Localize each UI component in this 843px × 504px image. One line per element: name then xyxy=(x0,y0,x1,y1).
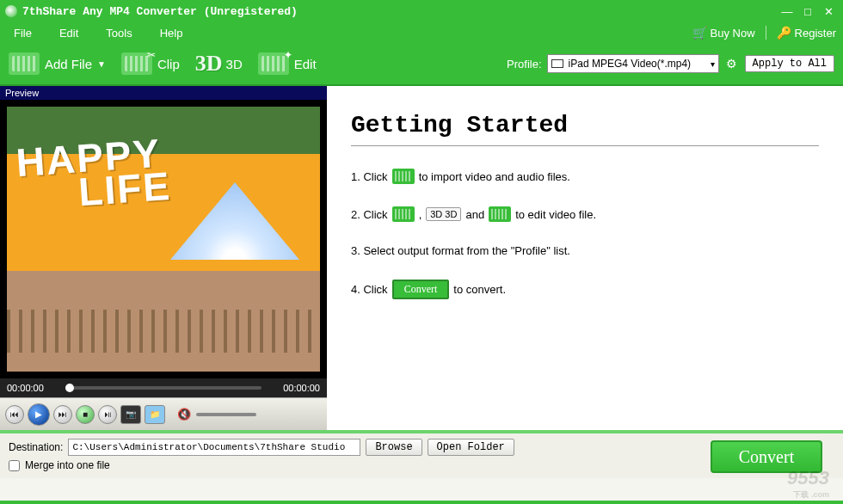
destination-label: Destination: xyxy=(9,441,63,453)
stop-button[interactable]: ■ xyxy=(76,405,95,424)
mute-icon[interactable]: 🔇 xyxy=(177,408,191,421)
getting-started-title: Getting Started xyxy=(351,112,819,146)
convert-button[interactable]: Convert xyxy=(711,440,822,473)
merge-checkbox[interactable] xyxy=(9,460,20,471)
app-icon xyxy=(5,5,17,17)
3d-badge: 3D 3D xyxy=(426,207,461,221)
player-controls: ⏮ ▶ ⏭ ■ ⏯ 📷 📁 🔇 xyxy=(0,397,327,430)
preview-graphic xyxy=(170,182,299,260)
time-total: 00:00:00 xyxy=(268,383,320,393)
clip-label: Clip xyxy=(157,57,180,71)
step-3: 3. Select output format from the "Profil… xyxy=(351,244,819,257)
3d-icon: 3D xyxy=(195,51,223,77)
clip-button[interactable]: Clip xyxy=(121,52,180,75)
menubar: File Edit Tools Help 🛒 Buy Now 🔑 Registe… xyxy=(0,22,843,43)
3d-button[interactable]: 3D 3D xyxy=(195,51,243,77)
prev-button[interactable]: ⏮ xyxy=(5,405,24,424)
close-button[interactable]: ✕ xyxy=(819,4,838,18)
open-folder-button[interactable]: Open Folder xyxy=(428,439,514,456)
edit-label: Edit xyxy=(294,57,317,71)
key-icon: 🔑 xyxy=(777,26,791,40)
preview-rail xyxy=(7,310,320,353)
chevron-down-icon: ▾ xyxy=(711,59,715,69)
time-bar: 00:00:00 00:00:00 xyxy=(0,378,327,397)
clip-icon xyxy=(121,52,152,75)
apply-to-all-button[interactable]: Apply to All xyxy=(745,55,834,72)
play-button[interactable]: ▶ xyxy=(28,403,50,426)
titlebar: 7thShare Any MP4 Converter (Unregistered… xyxy=(0,0,843,22)
buy-now-link[interactable]: 🛒 Buy Now xyxy=(686,26,762,40)
device-icon xyxy=(551,59,563,68)
register-label: Register xyxy=(795,27,836,40)
merge-label: Merge into one file xyxy=(25,459,110,471)
edit-icon xyxy=(258,52,289,75)
convert-badge: Convert xyxy=(392,280,450,299)
preview-column: Preview HAPPYLIFE 00:00:00 00:00:00 ⏮ ▶ … xyxy=(0,86,327,430)
add-file-label: Add File xyxy=(45,57,92,71)
next-button[interactable]: ⏭ xyxy=(53,405,72,424)
preview-header: Preview xyxy=(0,86,327,100)
step-4: 4. Click Convert to convert. xyxy=(351,280,819,299)
preview-thumbnail: HAPPYLIFE xyxy=(7,107,320,372)
settings-gear-icon[interactable]: ⚙ xyxy=(724,56,740,71)
maximize-button[interactable]: □ xyxy=(798,4,817,18)
separator xyxy=(766,26,766,40)
snapshot-folder-button[interactable]: 📁 xyxy=(145,405,165,424)
menu-tools[interactable]: Tools xyxy=(92,27,145,40)
register-link[interactable]: 🔑 Register xyxy=(770,26,843,40)
time-current: 00:00:00 xyxy=(7,383,58,393)
profile-label: Profile: xyxy=(507,58,541,71)
clip-icon xyxy=(392,206,415,222)
preview-text: HAPPYLIFE xyxy=(15,136,172,213)
film-icon xyxy=(9,52,40,75)
toolbar: Add File ▼ Clip 3D 3D Edit Profile: iPad… xyxy=(0,43,843,86)
getting-started-list: 1. Click to import video and audio files… xyxy=(351,169,819,299)
destination-input[interactable] xyxy=(68,439,360,456)
minimize-button[interactable]: — xyxy=(778,4,797,18)
volume-slider[interactable] xyxy=(196,413,256,416)
film-icon xyxy=(392,169,415,184)
content-area: Preview HAPPYLIFE 00:00:00 00:00:00 ⏮ ▶ … xyxy=(0,86,843,430)
menu-edit[interactable]: Edit xyxy=(46,27,92,40)
step-1: 1. Click to import video and audio files… xyxy=(351,169,819,184)
add-file-button[interactable]: Add File ▼ xyxy=(9,52,106,75)
menu-help[interactable]: Help xyxy=(146,27,197,40)
edit-button[interactable]: Edit xyxy=(258,52,317,75)
footer: Destination: Browse Open Folder Merge in… xyxy=(0,430,843,478)
volume-control: 🔇 xyxy=(177,408,256,421)
profile-select[interactable]: iPad MPEG4 Video(*.mp4) ▾ xyxy=(547,54,719,73)
step-2: 2. Click , 3D 3D and to edit video file. xyxy=(351,206,819,222)
buy-now-label: Buy Now xyxy=(711,27,755,40)
snapshot-button[interactable]: 📷 xyxy=(120,405,141,424)
bottom-border xyxy=(0,501,843,504)
step-button[interactable]: ⏯ xyxy=(98,405,117,424)
menu-file[interactable]: File xyxy=(0,27,46,40)
window-title: 7thShare Any MP4 Converter (Unregistered… xyxy=(22,5,776,18)
preview-video-area: HAPPYLIFE xyxy=(0,100,327,378)
seek-track[interactable] xyxy=(65,386,262,390)
profile-value: iPad MPEG4 Video(*.mp4) xyxy=(569,58,692,70)
chevron-down-icon: ▼ xyxy=(97,59,106,69)
profile-section: Profile: iPad MPEG4 Video(*.mp4) ▾ ⚙ App… xyxy=(507,54,834,73)
cart-icon: 🛒 xyxy=(692,26,707,40)
browse-button[interactable]: Browse xyxy=(366,439,422,456)
main-pane: Getting Started 1. Click to import video… xyxy=(327,86,843,430)
edit-icon xyxy=(489,206,511,222)
3d-label: 3D xyxy=(226,57,243,71)
seek-thumb[interactable] xyxy=(65,384,74,392)
